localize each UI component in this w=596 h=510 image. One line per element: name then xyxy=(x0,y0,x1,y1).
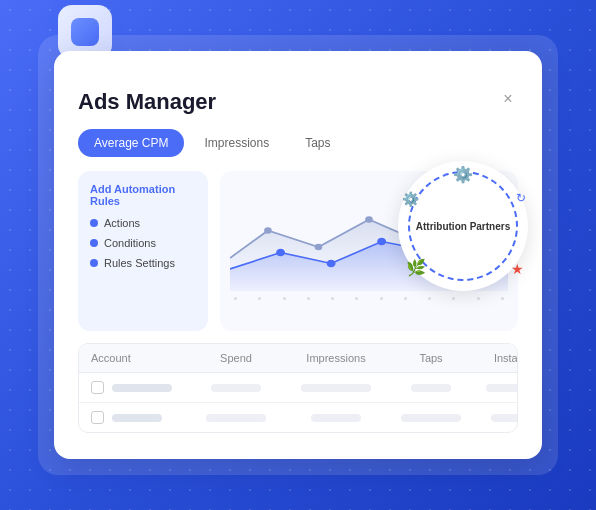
tab-impressions[interactable]: Impressions xyxy=(188,129,285,157)
tab-taps[interactable]: Taps xyxy=(289,129,346,157)
row2-taps-bar xyxy=(401,414,461,422)
page-title: Ads Manager xyxy=(78,89,216,115)
close-button[interactable]: × xyxy=(498,89,518,109)
svg-point-1 xyxy=(315,244,323,251)
table-header: Account Spend Impressions Taps Installs xyxy=(79,344,517,373)
conditions-dot xyxy=(90,239,98,247)
svg-point-0 xyxy=(264,227,272,234)
row2-installs-bar xyxy=(491,414,518,422)
attribution-popup: ⚙️ ⚙️ ↻ 🌿 ★ Attribution Partners xyxy=(398,161,528,291)
partner-icon-top: ⚙️ xyxy=(453,165,473,184)
td-taps-1 xyxy=(391,384,471,392)
td-taps-2 xyxy=(391,414,471,422)
sidebar-item-conditions[interactable]: Conditions xyxy=(90,237,196,249)
row2-spend-bar xyxy=(206,414,266,422)
td-installs-1 xyxy=(471,384,518,392)
row1-spend-bar xyxy=(211,384,261,392)
main-card: Ads Manager × Average CPM Impressions Ta… xyxy=(54,51,542,459)
sidebar: Add Automation Rules Actions Conditions … xyxy=(78,171,208,331)
td-impressions-2 xyxy=(281,414,391,422)
conditions-label: Conditions xyxy=(104,237,156,249)
svg-point-5 xyxy=(276,249,285,257)
partner-icon-left: ⚙️ xyxy=(402,191,419,207)
sidebar-item-rules[interactable]: Rules Settings xyxy=(90,257,196,269)
table-row xyxy=(79,373,517,403)
sidebar-item-actions[interactable]: Actions xyxy=(90,217,196,229)
attribution-label: Attribution Partners xyxy=(416,220,510,233)
svg-point-7 xyxy=(377,238,386,246)
partner-icon-right: ↻ xyxy=(516,191,526,205)
th-impressions: Impressions xyxy=(281,352,391,364)
th-spend: Spend xyxy=(191,352,281,364)
td-account-1 xyxy=(91,381,191,394)
row2-checkbox[interactable] xyxy=(91,411,104,424)
td-spend-1 xyxy=(191,384,281,392)
rules-label: Rules Settings xyxy=(104,257,175,269)
th-account: Account xyxy=(91,352,191,364)
actions-label: Actions xyxy=(104,217,140,229)
row1-installs-bar xyxy=(486,384,518,392)
td-impressions-1 xyxy=(281,384,391,392)
td-installs-2 xyxy=(471,414,518,422)
row1-impressions-bar xyxy=(301,384,371,392)
header: Ads Manager × xyxy=(78,71,518,115)
td-account-2 xyxy=(91,411,191,424)
row2-impressions-bar xyxy=(311,414,361,422)
row1-checkbox[interactable] xyxy=(91,381,104,394)
svg-point-6 xyxy=(327,260,336,268)
svg-point-2 xyxy=(365,216,373,223)
table-row xyxy=(79,403,517,432)
tabs-bar: Average CPM Impressions Taps xyxy=(78,129,518,157)
td-spend-2 xyxy=(191,414,281,422)
th-installs: Installs xyxy=(471,352,518,364)
row1-taps-bar xyxy=(411,384,451,392)
row2-account-bar xyxy=(112,414,162,422)
outer-card: Ads Manager × Average CPM Impressions Ta… xyxy=(38,35,558,475)
data-table: Account Spend Impressions Taps Installs xyxy=(78,343,518,433)
th-taps: Taps xyxy=(391,352,471,364)
app-icon-inner xyxy=(71,18,99,46)
content-area: Add Automation Rules Actions Conditions … xyxy=(78,171,518,331)
partner-icon-bottom-left: 🌿 xyxy=(406,258,426,277)
sidebar-title: Add Automation Rules xyxy=(90,183,196,207)
row1-account-bar xyxy=(112,384,172,392)
partner-icon-bottom-right: ★ xyxy=(511,261,524,277)
rules-dot xyxy=(90,259,98,267)
tab-average-cpm[interactable]: Average CPM xyxy=(78,129,184,157)
actions-dot xyxy=(90,219,98,227)
